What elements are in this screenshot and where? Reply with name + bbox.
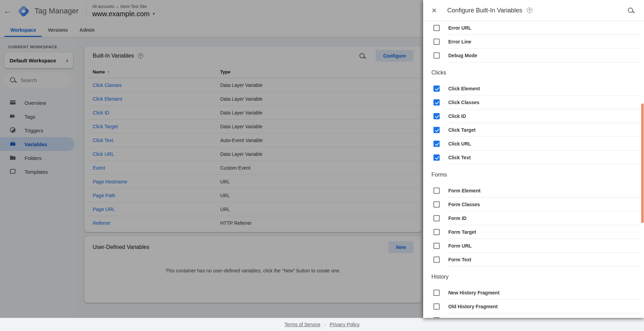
checkbox-label: Form Target [448,229,476,235]
checkbox-label: Form Classes [448,202,480,207]
checkbox-label: Click Classes [448,100,479,105]
checkbox-label: Form Element [448,188,480,193]
variable-toggle-row[interactable] [423,313,644,318]
panel-title: Configure Built-In Variables [447,7,522,14]
checkbox-label: Old History Fragment [448,304,498,309]
checkbox-label: Error URL [448,25,471,31]
checkbox[interactable] [433,201,440,208]
panel-section: Clicks Click Element Click Classes Click… [423,62,644,164]
checkbox[interactable] [433,113,440,119]
variable-toggle-row[interactable]: Click URL [423,137,644,151]
variable-toggle-row[interactable]: Form ID [423,211,644,225]
checkbox[interactable] [433,25,440,31]
variable-toggle-row[interactable]: Error Line [423,35,644,49]
overlay-scrim[interactable] [0,0,423,318]
section-heading: Forms [423,164,644,184]
checkbox-label: New History Fragment [448,290,500,295]
checkbox[interactable] [433,127,440,133]
variable-toggle-row[interactable]: Click Element [423,82,644,96]
checkbox[interactable] [433,290,440,296]
variable-toggle-row[interactable]: Error URL [423,21,644,35]
checkbox-label: Click URL [448,141,471,147]
checkbox-label: Click Text [448,155,471,160]
checkbox-label: Click Target [448,127,476,133]
panel-section: History New History Fragment Old History… [423,267,644,318]
checkbox[interactable] [433,257,440,263]
checkbox[interactable] [433,303,440,310]
close-icon[interactable]: ✕ [431,7,439,14]
checkbox[interactable] [433,39,440,45]
search-icon[interactable] [627,7,634,14]
checkbox-label: Click Element [448,86,480,91]
checkbox-label: Error Line [448,39,471,44]
panel-header: ✕ Configure Built-In Variables ? [423,0,644,21]
variable-toggle-row[interactable]: Form Classes [423,198,644,211]
checkbox[interactable] [433,86,440,92]
variable-toggle-row[interactable]: Old History Fragment [423,300,644,313]
checkbox[interactable] [433,154,440,161]
dot-separator: · [324,322,326,327]
checkbox-label: Form Text [448,257,471,262]
checkbox[interactable] [433,188,440,194]
variable-toggle-row[interactable]: Click Target [423,123,644,137]
help-icon[interactable]: ? [527,8,532,13]
checkbox[interactable] [433,243,440,249]
variable-toggle-row[interactable]: New History Fragment [423,286,644,300]
panel-scrollbar-thumb[interactable] [641,103,644,223]
variable-toggle-row[interactable]: Form Target [423,225,644,239]
variable-toggle-row[interactable]: Form Element [423,184,644,198]
section-heading: History [423,267,644,286]
panel-section: Forms Form Element Form Classes Form ID … [423,164,644,267]
checkbox-label: Form URL [448,243,472,249]
page-footer: Terms of Service · Privacy Policy [0,318,644,331]
variable-toggle-row[interactable]: Click ID [423,109,644,123]
checkbox[interactable] [433,99,440,106]
checkbox[interactable] [433,141,440,147]
panel-section: Error URL Error Line Debug Mode [423,21,644,62]
gtm-app: ← Tag Manager All accounts › Atom Test S… [0,0,644,331]
privacy-policy-link[interactable]: Privacy Policy [329,322,359,327]
configure-builtin-variables-panel: ✕ Configure Built-In Variables ? Error U… [423,0,644,318]
terms-of-service-link[interactable]: Terms of Service [284,322,320,327]
checkbox-label: Form ID [448,215,467,221]
checkbox-label: Debug Mode [448,53,477,58]
section-heading: Clicks [423,62,644,82]
variable-checkbox-list: Error URL Error Line Debug Mode Clicks C… [423,21,644,318]
checkbox[interactable] [433,215,440,221]
variable-toggle-row[interactable]: Click Text [423,151,644,164]
checkbox[interactable] [433,229,440,235]
checkbox[interactable] [433,52,440,59]
variable-toggle-row[interactable]: Click Classes [423,96,644,109]
variable-toggle-row[interactable]: Form URL [423,239,644,253]
checkbox[interactable] [433,317,440,318]
checkbox-label: Click ID [448,113,466,119]
variable-toggle-row[interactable]: Debug Mode [423,49,644,62]
variable-toggle-row[interactable]: Form Text [423,253,644,267]
